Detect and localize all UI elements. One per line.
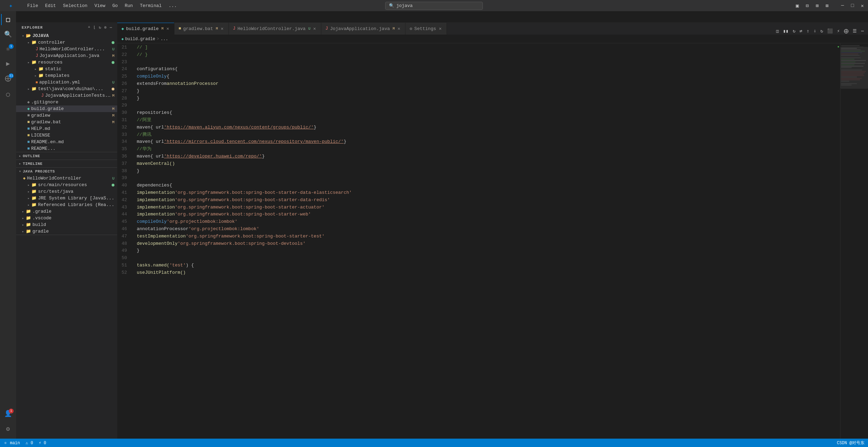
jp-vscode[interactable]: ▸ 📁 .vscode <box>16 215 117 221</box>
toolbar-list-icon[interactable]: ☰ <box>851 28 858 35</box>
toolbar-swap-icon[interactable]: ⇄ <box>798 28 804 35</box>
line-number: 28 <box>117 95 130 102</box>
file-jojavaapplicationtests[interactable]: J JojavaApplicationTests.j... M <box>16 92 117 99</box>
file-helloworldcontroller[interactable]: J HelloWorldController.... U <box>16 46 117 52</box>
folder-static[interactable]: ▸ 📁 static <box>16 66 117 72</box>
outline-header[interactable]: ▸ OUTLINE <box>16 152 117 160</box>
code-area[interactable]: // ]// } configurations { compileOnly { … <box>134 43 840 447</box>
more-actions-icon[interactable]: ⋯ <box>109 24 113 30</box>
refresh-icon[interactable]: ↻ <box>98 24 102 30</box>
toolbar-stop-icon[interactable]: ⬛ <box>826 28 834 35</box>
menu-go[interactable]: Go <box>110 2 121 9</box>
jp-jre-arrow: ▸ <box>26 196 31 200</box>
file-readme-en[interactable]: ■ README.en.md <box>16 139 117 145</box>
menu-run[interactable]: Run <box>122 2 135 9</box>
toolbar-pause-icon[interactable]: ▮▮ <box>782 28 790 35</box>
activity-accounts[interactable]: 👤 1 <box>1 406 15 420</box>
jp-reflibs[interactable]: ▸ 📁 Referenced Libraries (Rea... <box>16 201 117 208</box>
title-search-text[interactable]: jojava <box>396 3 413 8</box>
file-license[interactable]: ■ LICENSE <box>16 132 117 139</box>
jp-b-name: build <box>32 222 117 227</box>
toolbar-down-icon[interactable]: ⇩ <box>812 28 818 35</box>
breadcrumb-more[interactable]: ... <box>160 37 168 42</box>
line-number: 49 <box>117 247 130 255</box>
tab-gradlew-bat[interactable]: ■ gradlew.bat M ✕ <box>174 23 229 35</box>
errors-status[interactable]: ⚠ 0 <box>25 440 34 446</box>
new-file-icon[interactable]: + <box>87 24 91 30</box>
jp-src-main[interactable]: ▸ 📁 src/main/resources <box>16 182 117 188</box>
folder-resources[interactable]: ▸ 📁 resources <box>16 59 117 66</box>
split-editor-icon[interactable]: ◫ <box>775 28 780 35</box>
jp-build[interactable]: ▸ 📁 build <box>16 221 117 228</box>
toolbar-more-icon[interactable]: ⋯ <box>860 28 865 35</box>
close-button[interactable]: ✕ <box>860 2 865 9</box>
warnings-status[interactable]: ⚡ 0 <box>38 440 47 446</box>
file-gradlew[interactable]: ■ gradlew M <box>16 112 117 119</box>
tab-settings-close[interactable]: ✕ <box>438 25 442 32</box>
tab-bat-icon: ■ <box>179 26 181 31</box>
code-line: repositories { <box>134 109 840 117</box>
new-folder-icon[interactable]: ⌊ <box>93 24 97 30</box>
jp-gradle2[interactable]: ▸ 📁 gradle <box>16 228 117 235</box>
tab-build-close[interactable]: ✕ <box>166 25 170 32</box>
explorer-header[interactable]: EXPLORER + ⌊ ↻ ⊗ ⋯ <box>16 22 117 32</box>
project-root[interactable]: ▾ 📂 JOJAVA <box>16 32 117 39</box>
jp-helloworldcontroller[interactable]: ◆ HelloWorldController U <box>16 175 117 182</box>
activity-explorer[interactable]: ◻ <box>1 22 15 27</box>
toolbar-restart-icon[interactable]: ↻ <box>819 28 825 35</box>
file-jojavaapplication[interactable]: J JojavaApplication.java M <box>16 52 117 59</box>
activity-search[interactable]: 🔍 <box>1 27 15 41</box>
git-branch-status[interactable]: ⚛ main <box>3 440 21 446</box>
user-info-status[interactable]: CSDN @对号东 <box>836 440 865 446</box>
main-layout: ◻ 🔍 ⚛ 1 ▶ ⨁ 11 ◯ 👤 1 ⚙ <box>0 22 868 447</box>
jp-jre[interactable]: ▸ 📁 JRE System Library [JavaS... <box>16 195 117 201</box>
scrollbar[interactable] <box>837 43 840 447</box>
collapse-icon[interactable]: ⊗ <box>104 24 108 30</box>
layout-icon-1[interactable]: ▣ <box>794 2 800 9</box>
activity-source-control[interactable]: ⚛ 1 <box>1 42 15 56</box>
file-build-gradle[interactable]: ◆ build.gradle M <box>16 105 117 112</box>
menu-edit[interactable]: Edit <box>42 2 59 9</box>
file-readme[interactable]: ■ README... <box>16 145 117 152</box>
menu-selection[interactable]: Selection <box>60 2 90 9</box>
toolbar-lightning-icon[interactable]: ⚡ <box>836 28 841 35</box>
test-icon: 📁 <box>31 86 37 91</box>
menu-file[interactable]: File <box>24 2 41 9</box>
tab-helloworldcontroller[interactable]: J HelloWorldController.java U ✕ <box>229 23 321 35</box>
activity-remote[interactable]: ◯ <box>1 87 15 101</box>
tab-bat-close[interactable]: ✕ <box>220 25 224 32</box>
tab-hwc-close[interactable]: ✕ <box>313 25 317 32</box>
toolbar-refresh-icon[interactable]: ↻ <box>791 28 797 35</box>
file-application-yml[interactable]: ■ application.yml U <box>16 79 117 86</box>
maximize-button[interactable]: □ <box>850 2 855 9</box>
layout-icon-3[interactable]: ⊞ <box>814 2 820 9</box>
file-help-md[interactable]: ■ HELP.md <box>16 125 117 132</box>
jp-gradle[interactable]: ▸ 📁 .gradle <box>16 208 117 215</box>
activity-extensions[interactable]: ⨁ 11 <box>1 71 15 85</box>
file-gitignore[interactable]: ◆ .gitignore <box>16 99 117 105</box>
jp-src-test[interactable]: ▸ 📁 src/test/java <box>16 188 117 195</box>
tab-settings[interactable]: ⚙ Settings ✕ <box>405 23 447 35</box>
git-icon: ◆ <box>27 100 30 105</box>
tab-ja-close[interactable]: ✕ <box>397 25 401 32</box>
tab-build-gradle[interactable]: ◆ build.gradle M ✕ <box>117 23 174 35</box>
toolbar-grid-icon[interactable]: ⨁ <box>843 28 850 35</box>
folder-test[interactable]: ▸ 📁 test\java\com\duihao\... <box>16 86 117 92</box>
layout-icon-2[interactable]: ⊟ <box>804 2 810 9</box>
minimize-button[interactable]: ─ <box>840 2 845 9</box>
tab-jojavaapplication[interactable]: J JojavaApplication.java M ✕ <box>321 23 406 35</box>
folder-templates[interactable]: ▸ 📁 templates <box>16 72 117 79</box>
activity-settings[interactable]: ⚙ <box>1 422 15 436</box>
toolbar-up-icon[interactable]: ⇧ <box>805 28 811 35</box>
activity-run-debug[interactable]: ▶ <box>1 57 15 71</box>
menu-view[interactable]: View <box>92 2 108 9</box>
timeline-header[interactable]: ▸ TIMELINE <box>16 160 117 167</box>
tab-build-gradle-label: build.gradle <box>126 26 159 31</box>
folder-controller[interactable]: ▸ 📁 controller <box>16 39 117 46</box>
menu-terminal[interactable]: Terminal <box>137 2 164 9</box>
layout-icon-4[interactable]: ⊠ <box>824 2 830 9</box>
java-projects-header[interactable]: ▾ JAVA PROJECTS <box>16 168 117 175</box>
menu-more[interactable]: ... <box>166 2 179 9</box>
breadcrumb-file[interactable]: build.gradle <box>125 37 155 42</box>
file-gradlew-bat[interactable]: ■ gradlew.bat M <box>16 119 117 125</box>
